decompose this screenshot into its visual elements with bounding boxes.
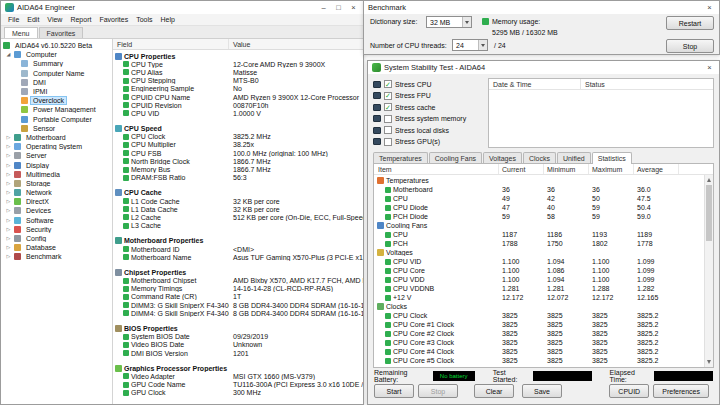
expand-icon[interactable]: ▷ xyxy=(5,199,12,204)
checkbox-stress-gpu-s[interactable] xyxy=(384,138,392,146)
menu-item-view[interactable]: View xyxy=(43,16,66,23)
sidebar-item-overclock[interactable]: Overclock xyxy=(1,96,112,105)
list-row[interactable]: CPU FSB100.0 MHz (original: 100 MHz) xyxy=(113,149,363,157)
stats-row[interactable]: CPU Diode47405950.4 xyxy=(374,203,713,212)
tab-cooling-fans[interactable]: Cooling Fans xyxy=(429,152,482,163)
list-row[interactable]: CPUID CPU NameAMD Ryzen 9 3900X 12-Core … xyxy=(113,93,363,101)
pane-tab-menu[interactable]: Menu xyxy=(4,27,38,38)
close-icon[interactable]: × xyxy=(702,2,717,13)
stats-row[interactable]: CPU Clock3825382538253825.2 xyxy=(374,311,713,320)
sidebar-item-aida64-v6-10-5220-beta[interactable]: AIDA64 v6.10.5220 Beta xyxy=(1,41,112,50)
list-row[interactable]: L1 Code Cache32 KB per core xyxy=(113,197,363,205)
sidebar-item-storage[interactable]: ▷Storage xyxy=(1,179,112,188)
list-row[interactable]: Video AdapterMSI GTX 1660 (MS-V379) xyxy=(113,372,363,380)
chevron-down-icon[interactable] xyxy=(462,17,471,27)
stats-row[interactable]: PCH1788175018021778 xyxy=(374,239,713,248)
collapse-icon[interactable]: ◢ xyxy=(5,52,12,57)
list-row[interactable]: CPU Clock3825.2 MHz xyxy=(113,133,363,141)
list-row[interactable]: Motherboard ID<DMI> xyxy=(113,245,363,253)
minimize-icon[interactable]: – xyxy=(316,2,331,13)
benchmark-titlebar[interactable]: Benchmark × xyxy=(364,1,719,14)
menu-item-favorites[interactable]: Favorites xyxy=(95,16,132,23)
expand-icon[interactable]: ▷ xyxy=(5,163,12,168)
sidebar-item-config[interactable]: ▷Config xyxy=(1,234,112,243)
stats-column-maximum[interactable]: Maximum xyxy=(589,164,634,174)
sidebar-item-server[interactable]: ▷Server xyxy=(1,151,112,160)
stats-row[interactable]: CPU49425047.5 xyxy=(374,194,713,203)
list-row[interactable]: CPU Type12-Core AMD Ryzen 9 3900X xyxy=(113,60,363,68)
menu-item-tools[interactable]: Tools xyxy=(132,16,156,23)
expand-icon[interactable]: ▷ xyxy=(5,153,12,158)
list-row[interactable]: L1 Data Cache32 KB per core xyxy=(113,205,363,213)
scrollbar[interactable] xyxy=(704,175,713,367)
list-row[interactable]: GPU Code NameTU116-300A (PCI Express 3.0… xyxy=(113,381,363,389)
tab-statistics[interactable]: Statistics xyxy=(592,152,632,164)
clear-button[interactable]: Clear xyxy=(474,384,514,398)
stats-row[interactable]: CPU VDDNB1.2811.2811.2881.282 xyxy=(374,284,713,293)
main-titlebar[interactable]: AIDA64 Engineer – □ × xyxy=(1,1,363,14)
benchmark-stop-button[interactable]: Stop xyxy=(666,39,714,53)
list-row[interactable]: DRAM:FSB Ratio56:3 xyxy=(113,174,363,182)
list-row[interactable]: DMI BIOS Version1201 xyxy=(113,349,363,357)
pane-tab-favorites[interactable]: Favorites xyxy=(39,27,84,38)
sidebar-item-devices[interactable]: ▷Devices xyxy=(1,206,112,215)
checkbox-stress-fpu[interactable]: ✓ xyxy=(384,92,392,100)
list-row[interactable]: North Bridge Clock1866.7 MHz xyxy=(113,157,363,165)
expand-icon[interactable]: ▷ xyxy=(5,218,12,223)
scroll-up-icon[interactable] xyxy=(707,178,711,182)
list-row[interactable]: CPU VID1.0000 V xyxy=(113,109,363,117)
log-column-datetime[interactable]: Date & Time xyxy=(489,79,581,89)
preferences-button[interactable]: Preferences xyxy=(653,384,709,398)
stats-column-average[interactable]: Average xyxy=(634,164,679,174)
list-row[interactable]: Engineering SampleNo xyxy=(113,85,363,93)
sidebar-item-ipmi[interactable]: IPMI xyxy=(1,87,112,96)
sidebar-item-portable-computer[interactable]: Portable Computer xyxy=(1,115,112,124)
tab-voltages[interactable]: Voltages xyxy=(483,152,522,163)
column-header-value[interactable]: Value xyxy=(229,41,363,48)
stats-row[interactable]: CPU VDD1.1001.0941.1001.099 xyxy=(374,275,713,284)
list-row[interactable]: DIMM3: G Skill SniperX F4-3400C16-8GSXW8… xyxy=(113,301,363,309)
list-row[interactable]: GPU Clock300 MHz xyxy=(113,389,363,397)
maximize-icon[interactable]: □ xyxy=(331,2,346,13)
sst-titlebar[interactable]: System Stability Test - AIDA64 × xyxy=(368,61,719,74)
column-header-field[interactable]: Field xyxy=(113,39,229,49)
stats-row[interactable]: CPU Core #4 Clock3825382538253825.2 xyxy=(374,347,713,356)
stats-row[interactable]: CPU VID1.1001.0941.1001.099 xyxy=(374,257,713,266)
checkbox-stress-cache[interactable]: ✓ xyxy=(384,103,392,111)
list-row[interactable]: DIMM4: G Skill SniperX F4-3400C16-8GSXW8… xyxy=(113,309,363,317)
expand-icon[interactable]: ▷ xyxy=(5,172,12,177)
close-icon[interactable]: × xyxy=(702,62,717,73)
checkbox-stress-cpu[interactable]: ✓ xyxy=(384,80,392,88)
cpu-threads-select[interactable]: 24 xyxy=(452,39,488,51)
menu-item-help[interactable]: Help xyxy=(157,16,179,23)
sidebar-item-dmi[interactable]: DMI xyxy=(1,78,112,87)
scroll-down-icon[interactable] xyxy=(707,360,711,364)
list-row[interactable]: Motherboard ChipsetAMD Bixby X570, AMD K… xyxy=(113,277,363,285)
list-row[interactable]: Memory Bus1866.7 MHz xyxy=(113,165,363,173)
sidebar-item-database[interactable]: ▷Database xyxy=(1,243,112,252)
sidebar-item-network[interactable]: ▷Network xyxy=(1,188,112,197)
tab-clocks[interactable]: Clocks xyxy=(523,152,556,163)
sidebar-item-computer-name[interactable]: Computer Name xyxy=(1,69,112,78)
stats-row[interactable]: +12 V12.17212.07212.17212.165 xyxy=(374,293,713,302)
list-row[interactable]: CPU Multiplier38.25x xyxy=(113,141,363,149)
sidebar-item-security[interactable]: ▷Security xyxy=(1,225,112,234)
stats-row[interactable]: CPU Core #3 Clock3825382538253825.2 xyxy=(374,338,713,347)
list-row[interactable]: Command Rate (CR)1T xyxy=(113,293,363,301)
scrollbar-thumb[interactable] xyxy=(706,185,712,241)
stats-column-item[interactable]: Item xyxy=(374,164,499,174)
stats-row[interactable]: PCH Diode59585959.0 xyxy=(374,212,713,221)
stats-row[interactable]: CPU Core #5 Clock3825382538253825.2 xyxy=(374,356,713,365)
stats-column-minimum[interactable]: Minimum xyxy=(544,164,589,174)
stats-row[interactable]: CPU Core1.1001.0861.1001.099 xyxy=(374,266,713,275)
sidebar-item-directx[interactable]: ▷DirectX xyxy=(1,197,112,206)
expand-icon[interactable]: ▷ xyxy=(5,227,12,232)
checkbox-stress-local-disks[interactable] xyxy=(384,126,392,134)
list-row[interactable]: CPU SteppingMTS-B0 xyxy=(113,77,363,85)
menu-item-report[interactable]: Report xyxy=(66,16,95,23)
expand-icon[interactable]: ▷ xyxy=(5,208,12,213)
list-row[interactable]: Video BIOS DateUnknown xyxy=(113,341,363,349)
tab-temperatures[interactable]: Temperatures xyxy=(373,152,428,163)
sidebar-item-computer[interactable]: ◢Computer xyxy=(1,50,112,59)
list-row[interactable]: CPUID Revision00870F10h xyxy=(113,101,363,109)
